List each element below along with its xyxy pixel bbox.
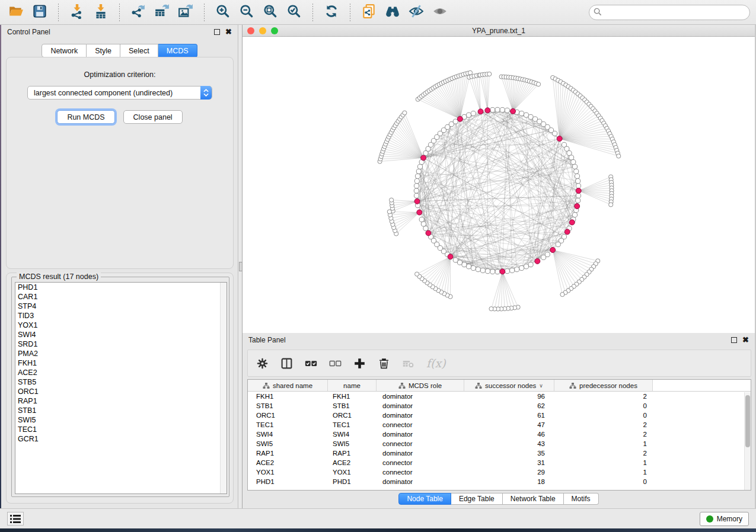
mcds-result-title: MCDS result (17 nodes) — [17, 273, 101, 281]
table-row[interactable]: STB1STB1dominator620 — [248, 401, 751, 411]
table-cell: dominator — [377, 431, 464, 438]
mcds-result-item[interactable]: ACE2 — [15, 368, 227, 377]
hide-selected-button[interactable] — [406, 3, 426, 22]
column-header-MCDS-role[interactable]: MCDS role — [377, 380, 464, 391]
mcds-result-item[interactable]: RAP1 — [15, 396, 227, 406]
table-cell: 35 — [464, 450, 554, 457]
export-network-icon — [130, 4, 146, 21]
refresh-layout-button[interactable] — [321, 3, 342, 22]
table-cell: STB1 — [248, 402, 328, 409]
table-scrollbar[interactable] — [744, 392, 751, 491]
export-network-button[interactable] — [128, 3, 148, 22]
table-row[interactable]: TEC1TEC1connector472 — [248, 420, 751, 430]
mcds-result-item[interactable]: STB5 — [15, 377, 227, 387]
optimization-criterion-label: Optimization criterion: — [7, 70, 233, 79]
mcds-result-item[interactable]: TID3 — [15, 311, 227, 321]
column-header-label: predecessor nodes — [579, 382, 637, 389]
mcds-result-item[interactable]: STB1 — [15, 406, 227, 415]
table-row[interactable]: YOX1YOX1connector291 — [248, 467, 751, 477]
column-header-name[interactable]: name — [328, 380, 377, 391]
export-image-button[interactable] — [176, 3, 196, 22]
mcds-result-item[interactable]: STP4 — [15, 302, 227, 311]
mcds-result-card: MCDS result (17 nodes) PHD1CAR1STP4TID3Y… — [6, 273, 234, 504]
close-panel-icon[interactable]: ✖ — [225, 29, 232, 35]
split-panel-icon[interactable] — [280, 357, 293, 370]
float-panel-icon[interactable] — [214, 29, 220, 35]
show-panels-list-button[interactable] — [7, 512, 24, 525]
result-list-scrollbar[interactable] — [220, 283, 227, 493]
mcds-result-item[interactable]: CAR1 — [15, 292, 227, 302]
table-cell: dominator — [377, 478, 464, 485]
mcds-result-item[interactable]: SRD1 — [15, 339, 227, 349]
import-table-button[interactable] — [91, 3, 111, 22]
import-network-button[interactable] — [67, 3, 87, 22]
table-row[interactable]: ACE2ACE2connector311 — [248, 458, 751, 467]
tab-edge-table[interactable]: Edge Table — [451, 493, 503, 505]
show-all-button[interactable] — [430, 3, 450, 22]
tab-select[interactable]: Select — [120, 44, 158, 57]
close-panel-icon[interactable]: ✖ — [742, 337, 749, 343]
zoom-out-button[interactable] — [237, 3, 257, 22]
mcds-result-item[interactable]: FKH1 — [15, 358, 227, 368]
add-column-icon[interactable] — [353, 357, 366, 370]
float-panel-icon[interactable] — [731, 337, 737, 343]
network-window-title: YPA_prune.txt_1 — [243, 27, 755, 35]
mcds-result-item[interactable]: GCR1 — [15, 434, 227, 444]
mcds-result-item[interactable]: TEC1 — [15, 425, 227, 434]
tab-node-table[interactable]: Node Table — [398, 493, 451, 505]
deselect-all-icon[interactable] — [329, 357, 342, 370]
toolbar-separator — [119, 4, 120, 21]
zoom-in-button[interactable] — [213, 3, 233, 22]
table-scrollbar-thumb[interactable] — [745, 395, 750, 447]
table-row[interactable]: RAP1RAP1dominator352 — [248, 448, 751, 458]
table-row[interactable]: ORC1ORC1dominator610 — [248, 411, 751, 420]
mcds-result-item[interactable]: ORC1 — [15, 387, 227, 396]
close-panel-button[interactable]: Close panel — [123, 110, 183, 124]
network-graph[interactable] — [243, 37, 755, 332]
mcds-options-card: Optimization criterion: largest connecte… — [6, 57, 234, 269]
delete-column-icon[interactable] — [378, 357, 390, 370]
table-row[interactable]: FKH1FKH1dominator962 — [248, 392, 751, 401]
search-input[interactable] — [589, 5, 750, 20]
tab-style[interactable]: Style — [87, 44, 120, 57]
run-mcds-button[interactable]: Run MCDS — [57, 110, 114, 124]
export-table-button[interactable] — [152, 3, 172, 22]
table-cell: 43 — [464, 440, 554, 447]
mcds-result-item[interactable]: PHD1 — [15, 283, 227, 292]
clone-network-button[interactable] — [359, 3, 379, 22]
mcds-result-list[interactable]: PHD1CAR1STP4TID3YOX1SWI4SRD1PMA2FKH1ACE2… — [15, 282, 227, 494]
delete-table-icon — [402, 357, 414, 370]
table-cell: FKH1 — [248, 393, 328, 400]
column-header-shared-name[interactable]: shared name — [248, 380, 328, 391]
tab-network[interactable]: Network — [42, 44, 87, 57]
table-row[interactable]: SWI4SWI4dominator462 — [248, 430, 751, 439]
tab-motifs[interactable]: Motifs — [564, 493, 599, 505]
table-cell: 1 — [554, 440, 653, 447]
settings-gear-icon[interactable] — [256, 357, 269, 370]
mcds-result-item[interactable]: YOX1 — [15, 321, 227, 330]
criterion-select[interactable]: largest connected component (undirected) — [27, 86, 212, 100]
sort-chevron-icon: ∨ — [539, 383, 543, 389]
zoom-selected-button[interactable] — [284, 3, 304, 22]
table-cell: SWI5 — [328, 440, 377, 447]
find-binoculars-button[interactable] — [382, 3, 403, 22]
open-file-button[interactable] — [6, 3, 26, 22]
column-header-successor-nodes[interactable]: successor nodes∨ — [464, 380, 554, 391]
memory-button-label: Memory — [717, 515, 742, 523]
mcds-result-item[interactable]: SWI5 — [15, 415, 227, 425]
memory-button[interactable]: Memory — [700, 512, 749, 526]
table-cell: 1 — [554, 469, 653, 476]
table-row[interactable]: PHD1PHD1dominator180 — [248, 477, 751, 486]
zoom-fit-button[interactable] — [260, 3, 280, 22]
mcds-result-item[interactable]: PMA2 — [15, 349, 227, 358]
tab-network-table[interactable]: Network Table — [503, 493, 564, 505]
column-header-predecessor-nodes[interactable]: predecessor nodes — [554, 380, 653, 391]
table-row[interactable]: SWI5SWI5connector431 — [248, 439, 751, 448]
mcds-result-item[interactable]: SWI4 — [15, 330, 227, 339]
save-session-button[interactable] — [30, 3, 50, 22]
select-all-icon[interactable] — [305, 357, 317, 370]
tab-mcds[interactable]: MCDS — [158, 44, 197, 57]
table-cell: RAP1 — [248, 450, 328, 457]
show-all-eye-icon — [432, 4, 448, 21]
table-cell: 96 — [464, 393, 554, 400]
